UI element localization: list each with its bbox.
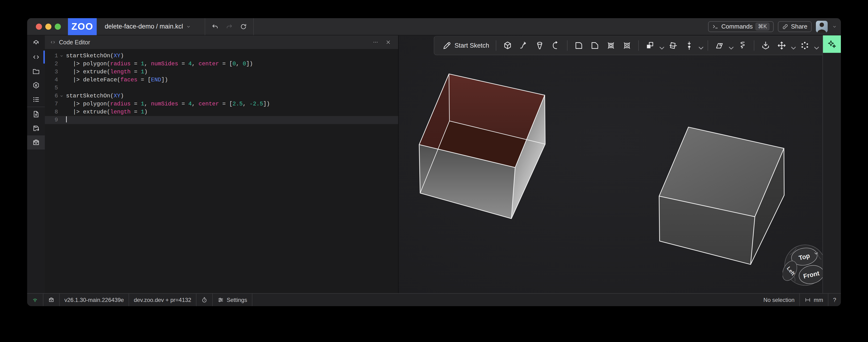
move-icon xyxy=(777,41,786,50)
statusbar-network-status[interactable] xyxy=(27,294,43,306)
redo-button[interactable] xyxy=(223,21,236,33)
fillet-button[interactable] xyxy=(572,38,586,53)
statusbar-label: ? xyxy=(833,297,836,303)
text-to-cad-button[interactable] xyxy=(823,35,841,53)
undo-button[interactable] xyxy=(209,21,221,33)
sidebar-item-export[interactable] xyxy=(27,121,45,135)
sidebar-item-code-editor[interactable] xyxy=(27,50,45,64)
line-number: 5 xyxy=(45,84,58,92)
make-icon xyxy=(32,138,40,147)
code-area[interactable]: 1startSketchOn(XY)2 |> polygon(radius = … xyxy=(45,50,398,293)
code-line[interactable]: 3 |> extrude(length = 1) xyxy=(45,68,398,76)
commands-label: Commands xyxy=(721,23,753,30)
sweep-button[interactable] xyxy=(517,38,531,53)
code-line[interactable]: 6startSketchOn(XY) xyxy=(45,92,398,100)
user-menu-chevron-icon[interactable] xyxy=(832,24,837,29)
chevron-down-icon xyxy=(812,43,816,48)
gizmo-menu-chevron-icon[interactable] xyxy=(813,250,819,257)
line-number: 6 xyxy=(45,92,58,100)
statusbar-selection-status[interactable]: No selection xyxy=(759,294,799,306)
project-title-menu[interactable]: delete-face-demo / main.kcl xyxy=(105,23,191,30)
chamfer-button[interactable] xyxy=(588,38,602,53)
extrude-button[interactable] xyxy=(500,38,515,53)
text-cursor xyxy=(66,116,67,122)
statusbar-units[interactable]: mm xyxy=(799,294,828,306)
open-box-model[interactable] xyxy=(419,74,545,218)
share-button[interactable]: Share xyxy=(778,21,812,32)
statusbar: v26.1.30-main.226439edev.zoo.dev + pr=41… xyxy=(27,293,841,306)
toolbar-divider xyxy=(567,40,567,51)
statusbar-settings[interactable]: Settings xyxy=(213,294,252,306)
code-line[interactable]: 1startSketchOn(XY) xyxy=(45,52,398,60)
minimize-window-button[interactable] xyxy=(45,24,52,30)
code-line[interactable]: 7 |> polygon(radius = 1, numSides = 4, c… xyxy=(45,100,398,108)
line-number: 3 xyxy=(45,68,58,76)
code-line[interactable]: 5 xyxy=(45,84,398,92)
helix-button[interactable] xyxy=(736,38,750,53)
toolbar-divider xyxy=(638,40,639,51)
code-line[interactable]: 2 |> polygon(radius = 1, numSides = 4, c… xyxy=(45,60,398,68)
code-token: XY xyxy=(114,93,121,99)
split-button[interactable] xyxy=(666,38,680,53)
statusbar-environment[interactable]: dev.zoo.dev + pr=4132 xyxy=(129,294,196,306)
ruler-icon xyxy=(805,297,811,303)
close-window-button[interactable] xyxy=(36,24,42,30)
right-rail xyxy=(823,35,841,293)
code-line[interactable]: 4 |> deleteFace(faces = [END]) xyxy=(45,76,398,84)
code-text xyxy=(65,116,67,124)
loft-button[interactable] xyxy=(533,38,547,53)
editor-menu-button[interactable] xyxy=(371,37,380,47)
code-line[interactable]: 8 |> extrude(length = 1) xyxy=(45,108,398,116)
move-button[interactable] xyxy=(775,38,796,53)
sidebar-item-variables[interactable] xyxy=(27,78,45,92)
chevron-down-icon xyxy=(696,43,701,48)
commands-button[interactable]: Commands ⌘K xyxy=(708,21,773,32)
view-gizmo[interactable]: Top Front Left xyxy=(783,243,823,287)
editor-close-button[interactable] xyxy=(383,37,393,47)
terminal-icon xyxy=(712,24,718,30)
offset-plane-button[interactable] xyxy=(712,38,734,53)
sidebar-item-load-external-model[interactable] xyxy=(27,107,45,121)
statusbar-performance-timer[interactable] xyxy=(196,294,213,306)
code-token: startSketchOn( xyxy=(66,93,114,99)
line-number: 9 xyxy=(45,116,58,124)
code-token: , xyxy=(192,61,198,67)
statusbar-machine-manager[interactable] xyxy=(43,294,60,306)
code-line[interactable]: 9 xyxy=(45,116,398,124)
pattern-button[interactable] xyxy=(798,38,819,53)
code-token: 2.5 xyxy=(232,101,243,107)
fold-chevron-icon[interactable] xyxy=(58,92,65,100)
start-sketch-button[interactable]: Start Sketch xyxy=(440,38,492,53)
sidebar-item-make[interactable] xyxy=(27,135,45,150)
code-text: startSketchOn(XY) xyxy=(65,92,124,100)
sidebar-item-logs[interactable] xyxy=(27,92,45,106)
extrude-icon xyxy=(503,41,512,50)
sidebar-item-project-files[interactable] xyxy=(27,64,45,78)
fold-chevron-icon[interactable] xyxy=(58,52,65,60)
zoom-window-button[interactable] xyxy=(55,24,61,30)
statusbar-label: dev.zoo.dev + pr=4132 xyxy=(134,297,191,303)
folder-icon xyxy=(32,67,40,75)
solid-box-model[interactable] xyxy=(659,127,784,265)
code-token: ) xyxy=(144,69,148,75)
code-text: |> extrude(length = 1) xyxy=(65,108,148,116)
hole-button[interactable] xyxy=(620,38,634,53)
boolean-button[interactable] xyxy=(643,38,664,53)
code-token: length xyxy=(110,109,130,115)
user-avatar[interactable] xyxy=(816,21,828,33)
code-token: = xyxy=(131,61,141,67)
shell-button[interactable] xyxy=(604,38,618,53)
code-token: ) xyxy=(144,109,148,115)
statusbar-help[interactable]: ? xyxy=(828,294,841,306)
3d-viewport[interactable]: Start Sketch Top Front Left xyxy=(399,35,823,293)
statusbar-app-version[interactable]: v26.1.30-main.226439e xyxy=(60,294,129,306)
insert-button[interactable] xyxy=(758,38,773,53)
zoo-logo[interactable]: ZOO xyxy=(68,18,97,35)
refresh-button[interactable] xyxy=(237,21,250,33)
code-token: = xyxy=(131,69,141,75)
revolve-button[interactable] xyxy=(549,38,563,53)
transform-button[interactable] xyxy=(682,38,703,53)
traffic-lights xyxy=(27,24,61,30)
sidebar-item-feature-tree[interactable] xyxy=(27,36,45,50)
code-text: startSketchOn(XY) xyxy=(65,52,124,60)
